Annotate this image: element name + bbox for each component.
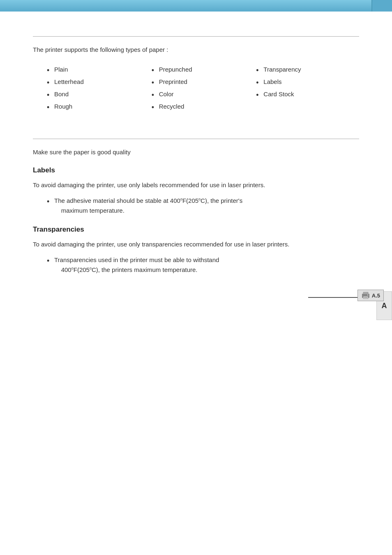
top-bar-right-box xyxy=(371,0,392,12)
bottom-right-box: A.5 xyxy=(308,290,384,301)
side-tab-label: A xyxy=(382,302,387,310)
section-divider-top xyxy=(33,36,359,37)
bottom-label-text: A.5 xyxy=(372,293,380,299)
labels-body: To avoid damaging the printer, use only … xyxy=(33,180,359,190)
list-item: Recycled xyxy=(150,102,255,111)
top-bar xyxy=(0,0,392,12)
bottom-line xyxy=(308,297,357,298)
list-item: Rough xyxy=(45,102,150,111)
transparencies-heading: Transparencies xyxy=(33,225,359,234)
list-item: Card Stock xyxy=(254,89,359,99)
page-content: The printer supports the following types… xyxy=(0,12,392,309)
svg-rect-3 xyxy=(364,297,367,298)
printer-icon xyxy=(361,292,370,299)
bottom-label: A.5 xyxy=(357,290,384,301)
transparencies-bullet-list: Transparencies used in the printer must … xyxy=(45,255,359,275)
transparencies-bullet-item: Transparencies used in the printer must … xyxy=(45,255,359,275)
transparencies-body: To avoid damaging the printer, use only … xyxy=(33,239,359,249)
list-item: Bond xyxy=(45,89,150,99)
intro-text: The printer supports the following types… xyxy=(33,45,359,55)
list-item: Prepunched xyxy=(150,65,255,74)
list-item: Preprinted xyxy=(150,77,255,87)
list-item: Letterhead xyxy=(45,77,150,87)
list-item: Transparency xyxy=(254,65,359,74)
labels-bullet-item: The adhesive material should be stable a… xyxy=(45,196,359,216)
paper-column-3: Transparency Labels Card Stock xyxy=(254,65,359,114)
labels-bullet-list: The adhesive material should be stable a… xyxy=(45,196,359,216)
svg-rect-1 xyxy=(363,292,368,294)
paper-column-1: Plain Letterhead Bond Rough xyxy=(45,65,150,114)
quality-text: Make sure the paper is good quality xyxy=(33,147,359,157)
list-item: Labels xyxy=(254,77,359,87)
paper-column-2: Prepunched Preprinted Color Recycled xyxy=(150,65,255,114)
list-item: Plain xyxy=(45,65,150,74)
labels-heading: Labels xyxy=(33,166,359,174)
paper-types-grid: Plain Letterhead Bond Rough Prepunched P… xyxy=(45,65,359,114)
list-item: Color xyxy=(150,89,255,99)
section-divider-bottom xyxy=(33,139,359,139)
svg-point-4 xyxy=(367,295,368,295)
